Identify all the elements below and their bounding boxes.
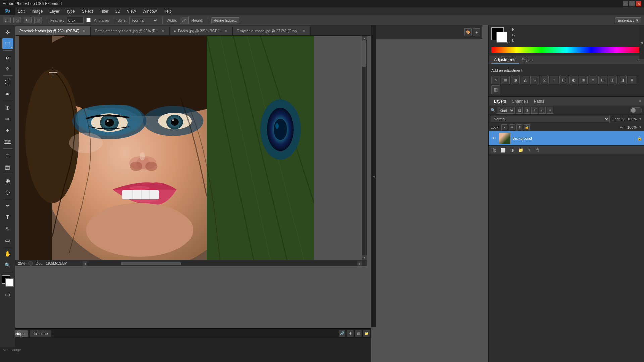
menu-type[interactable]: Type [63,8,78,14]
layers-panel-options[interactable]: ≡ [639,99,641,104]
vscroll-thumb[interactable] [362,40,366,67]
canvas-vscroll[interactable]: ▲ ▼ [362,36,367,260]
black-white-icon[interactable]: ⊞ [559,76,568,84]
blur-tool[interactable]: ◉ [2,175,13,186]
delete-layer-icon[interactable]: 🗑 [534,146,542,154]
screen-mode-btn[interactable]: ▭ [2,289,13,300]
quick-select-tool[interactable]: ✧ [2,63,13,74]
feather-input[interactable] [67,17,84,24]
filter-toggle[interactable] [630,107,642,113]
filter-type-icon[interactable]: T [531,107,538,114]
type-tool[interactable]: T [2,212,13,223]
hscroll-track[interactable]: ◀ ▶ [83,261,362,266]
background-layer-row[interactable]: 👁 Background 🔒 [489,131,644,145]
vscroll-down-arrow[interactable]: ▼ [362,255,367,260]
layer-group-icon[interactable]: 📁 [517,146,524,154]
layer-mode-select[interactable]: Normal Multiply Screen Overlay [491,116,610,122]
lock-position-icon[interactable]: ✛ [516,124,522,130]
paths-tab[interactable]: Paths [531,98,547,105]
menu-select[interactable]: Select [78,8,96,14]
tab-complementary[interactable]: Complementary colors.jpg @ 25% (R... ✕ [91,26,170,35]
essentials-dropdown[interactable]: Essentials ▼ [615,17,641,23]
timeline-tab[interactable]: Timeline [30,330,51,337]
gradient-tool[interactable]: ▤ [2,162,13,172]
ellipse-marquee-btn[interactable]: ⊡ [13,17,21,23]
threshold-icon[interactable]: ◨ [618,76,627,84]
filter-shape-icon[interactable]: ▭ [539,107,546,114]
filter-adjustment-icon[interactable]: ◑ [524,107,530,114]
layers-tab[interactable]: Layers [491,98,509,105]
background-color-swatch[interactable] [5,278,14,287]
hscroll-right-arrow[interactable]: ▶ [357,261,362,266]
posterize-icon[interactable]: ◫ [608,76,617,84]
menu-filter[interactable]: Filter [96,8,112,14]
bridge-layers-icon[interactable]: ▤ [355,330,362,337]
background-swatch[interactable] [496,32,507,43]
menu-layer[interactable]: Layer [46,8,63,14]
eraser-tool[interactable]: ◻ [2,150,13,161]
curves-icon[interactable]: ◑ [511,76,520,84]
filter-smart-icon[interactable]: ✦ [547,107,553,114]
bridge-link-icon[interactable]: 🔗 [339,330,345,337]
color-balance-icon[interactable]: ↕ [550,76,558,84]
tab-complementary-close[interactable]: ✕ [161,28,165,33]
add-layer-icon[interactable]: + [526,146,533,154]
crop-tool[interactable]: ⛶ [2,77,13,88]
menu-window[interactable]: Window [139,8,160,14]
panel-divider[interactable]: ◀ [371,25,376,327]
single-row-btn[interactable]: ⊟ [24,17,32,23]
lock-transparent-icon[interactable]: ▪ [501,124,507,130]
filter-pixel-icon[interactable]: 🖼 [516,107,523,114]
lasso-tool[interactable]: ⌀ [2,52,13,63]
pen-tool[interactable]: ✒ [2,200,13,211]
zoom-tool[interactable]: 🔍 [2,260,13,270]
color-mode-icon[interactable]: 🎨 [464,28,472,36]
menu-image[interactable]: Image [28,8,46,14]
tab-peacock-close[interactable]: ✕ [82,28,86,33]
color-spectrum[interactable] [491,47,641,53]
adjustments-tab[interactable]: Adjustments [491,56,519,64]
color-lookup-icon[interactable]: ✦ [589,76,597,84]
layer-fx-icon[interactable]: fx [491,146,498,154]
eyedropper-tool[interactable]: ✒ [2,88,13,99]
add-adjustment-layer-icon[interactable]: ◑ [508,146,516,154]
refine-edge-btn[interactable]: Refine Edge... [211,17,239,23]
hue-saturation-icon[interactable]: ⧖ [540,76,549,84]
right-panel-toggle[interactable]: ◀ [639,25,644,59]
close-button[interactable]: ✕ [636,1,641,6]
tab-grayscale[interactable]: Grayscale image.jpg @ 33.3% (Gray... ✕ [233,26,311,35]
brightness-contrast-icon[interactable]: ☀ [491,76,500,84]
status-indicator[interactable] [28,261,33,266]
shape-tool[interactable]: ▭ [2,235,13,245]
tab-faces-close[interactable]: ✕ [224,28,228,33]
path-select-tool[interactable]: ↖ [2,223,13,234]
tab-faces[interactable]: ● Faces.jpg @ 22% (RGB/... ✕ [170,26,232,35]
selective-color-icon[interactable]: ▥ [491,85,500,94]
opacity-value[interactable]: 100% [627,117,637,121]
gradient-map-icon[interactable]: ⊠ [628,76,636,84]
menu-edit[interactable]: Edit [14,8,28,14]
dodge-tool[interactable]: ◌ [2,187,13,197]
levels-icon[interactable]: ▤ [501,76,510,84]
vscroll-up-arrow[interactable]: ▲ [362,36,367,40]
clone-tool[interactable]: ✦ [2,125,13,136]
fill-value[interactable]: 100% [627,125,637,129]
hand-tool[interactable]: ✋ [2,248,13,259]
healing-tool[interactable]: ⊕ [2,102,13,113]
channels-tab[interactable]: Channels [509,98,531,105]
hscroll-left-arrow[interactable]: ◀ [83,261,87,266]
marquee-tool[interactable]: ⬚ [2,38,13,49]
filter-kind-select[interactable]: Kind [497,107,515,114]
photo-filter-icon[interactable]: ◐ [569,76,578,84]
minimize-button[interactable]: ─ [623,1,628,6]
invert-icon[interactable]: ⊟ [598,76,607,84]
tab-peacock[interactable]: Peacock feather.jpg @ 25% (RGB/8) ✕ [15,26,91,35]
lock-pixels-icon[interactable]: ✏ [509,124,515,130]
menu-view[interactable]: View [124,8,139,14]
swap-dimensions-btn[interactable]: ⇄ [180,17,189,24]
maximize-button[interactable]: □ [629,1,635,6]
styles-tab[interactable]: Styles [519,56,535,64]
brush-tool[interactable]: ✏ [2,114,13,124]
tab-grayscale-close[interactable]: ✕ [302,28,306,33]
opacity-dropdown-arrow[interactable]: ▼ [639,117,642,121]
